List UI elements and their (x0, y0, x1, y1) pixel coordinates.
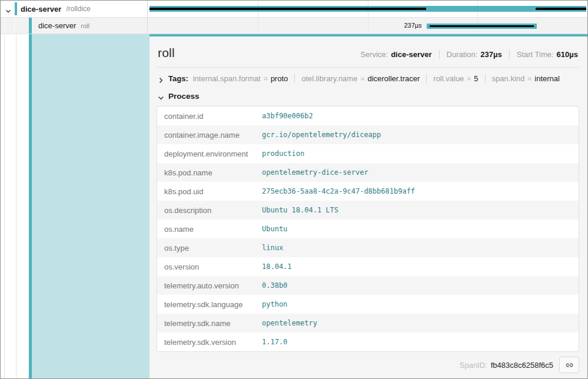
duration-summary: Duration: 237µs (439, 50, 502, 59)
chevron-down-icon[interactable] (158, 93, 164, 99)
span-detail-area: roll Service: dice-server Duration: 237µ… (1, 34, 587, 378)
indent-guide (16, 34, 16, 378)
kv-row: os.typelinux (157, 238, 579, 257)
tags-heading: Tags: (168, 74, 188, 83)
service-color-bar (29, 18, 32, 34)
kv-value: opentelemetry-dice-server (262, 168, 368, 177)
kv-key: telemetry.sdk.language (164, 300, 262, 309)
service-name: dice-server (21, 5, 61, 14)
kv-row: k8s.pod.uid275ecb36-5aa8-4c2a-9c47-d8bb6… (157, 182, 579, 201)
kv-key: telemetry.sdk.version (164, 338, 262, 347)
kv-row: deployment.environmentproduction (157, 144, 579, 163)
trace-timeline-window: dice-server /rolldice dice-server roll (0, 0, 588, 379)
kv-value: a3bf90e006b2 (262, 112, 313, 120)
tag-item: internal.span.format=proto (193, 74, 288, 83)
service-name: dice-server (38, 21, 76, 30)
kv-row: telemetry.sdk.nameopentelemetry (157, 314, 579, 333)
tag-equals: = (264, 75, 268, 83)
span-bar-self-segment (430, 25, 534, 27)
header-divider (157, 67, 579, 68)
span-bar-rolldice[interactable] (150, 6, 586, 12)
timeline-cell-rolldice (148, 1, 587, 17)
kv-key: os.version (164, 262, 262, 271)
process-heading: Process (168, 92, 200, 101)
tag-item: span.kind=internal (485, 74, 560, 83)
service-color-bar (15, 2, 17, 15)
kv-key: os.type (164, 244, 262, 252)
operation-name: roll (81, 22, 89, 29)
start-time-summary: Start Time: 610µs (509, 50, 578, 59)
kv-row: telemetry.auto.version0.38b0 (157, 276, 579, 295)
tag-key: span.kind (492, 74, 525, 83)
kv-value: Ubuntu 18.04.1 LTS (262, 206, 338, 214)
indent-guide (4, 34, 5, 378)
kv-value: 0.38b0 (262, 281, 287, 290)
tag-value: diceroller.tracer (367, 74, 420, 83)
kv-row: container.ida3bf90e006b2 (157, 107, 579, 125)
span-duration-label: 237µs (404, 22, 421, 29)
kv-row: os.nameUbuntu (157, 220, 579, 238)
kv-value: linux (262, 244, 283, 252)
timeline-gridline (258, 18, 258, 34)
kv-key: telemetry.sdk.name (164, 319, 262, 328)
span-bar-roll[interactable] (427, 24, 537, 29)
process-kv-table: container.ida3bf90e006b2container.image.… (157, 106, 579, 352)
tag-item: otel.library.name=diceroller.tracer (294, 74, 420, 83)
operation-name: /rolldice (66, 5, 90, 13)
tag-value: internal (534, 74, 560, 83)
kv-key: deployment.environment (164, 149, 262, 158)
span-title: roll (158, 46, 175, 60)
span-name-cell-rolldice[interactable]: dice-server /rolldice (1, 1, 148, 17)
kv-row: container.image.namegcr.io/opentelemetry… (157, 125, 579, 144)
kv-key: os.name (164, 225, 262, 234)
span-bar-self-segment (150, 8, 426, 10)
tag-key: internal.span.format (193, 74, 261, 83)
kv-row: os.version18.04.1 (157, 257, 579, 276)
spanid-label: SpanID: (460, 361, 487, 370)
tags-section-toggle[interactable]: Tags: internal.span.format=protootel.lib… (157, 74, 579, 83)
span-row-rolldice[interactable]: dice-server /rolldice (1, 1, 587, 18)
kv-value: python (262, 300, 287, 308)
tag-item: roll.value=5 (426, 74, 478, 83)
span-detail-panel: roll Service: dice-server Duration: 237µ… (150, 34, 587, 378)
kv-value: Ubuntu (262, 225, 287, 233)
chevron-right-icon[interactable] (158, 75, 164, 82)
link-icon (564, 360, 574, 370)
tag-value: proto (271, 74, 288, 83)
kv-key: k8s.pod.uid (164, 187, 262, 196)
kv-value: gcr.io/opentelemetry/diceapp (262, 131, 381, 139)
kv-key: k8s.pod.name (164, 168, 262, 177)
kv-value: 18.04.1 (262, 262, 292, 271)
kv-value: 1.17.0 (262, 338, 287, 346)
kv-value: 275ecb36-5aa8-4c2a-9c47-d8bb681b9aff (262, 187, 415, 195)
span-bar-self-segment (536, 8, 586, 10)
span-detail-footer: SpanID: fb483c8c6258f6c5 (157, 357, 579, 378)
spanid-value: fb483c8c6258f6c5 (491, 361, 553, 370)
span-name-cell-roll[interactable]: dice-server roll (1, 18, 148, 34)
kv-key: container.image.name (164, 131, 262, 139)
timeline-gridline (368, 18, 368, 34)
tag-equals: = (360, 75, 364, 83)
indent-guide (5, 18, 5, 34)
kv-value: opentelemetry (262, 319, 317, 327)
service-summary: Service: dice-server (360, 50, 431, 59)
span-detail-header: roll Service: dice-server Duration: 237µ… (157, 45, 579, 60)
deep-link-button[interactable] (559, 357, 579, 373)
kv-row: k8s.pod.nameopentelemetry-dice-server (157, 163, 579, 182)
span-row-roll[interactable]: dice-server roll 237µs (1, 18, 587, 34)
kv-row: telemetry.sdk.version1.17.0 (157, 333, 579, 351)
kv-row: os.descriptionUbuntu 18.04.1 LTS (157, 201, 579, 220)
kv-key: telemetry.auto.version (164, 281, 262, 290)
tag-key: otel.library.name (301, 74, 357, 83)
selected-span-highlight[interactable] (32, 34, 150, 378)
kv-value: production (262, 149, 304, 158)
process-section-toggle[interactable]: Process (157, 92, 579, 101)
tag-value: 5 (474, 74, 478, 83)
kv-key: container.id (164, 112, 262, 121)
chevron-down-icon[interactable] (5, 6, 11, 12)
tag-list: internal.span.format=protootel.library.n… (193, 74, 560, 83)
tag-equals: = (527, 75, 531, 83)
indent-guide (14, 18, 15, 34)
timeline-cell-roll: 237µs (148, 18, 587, 34)
tag-equals: = (467, 75, 471, 83)
